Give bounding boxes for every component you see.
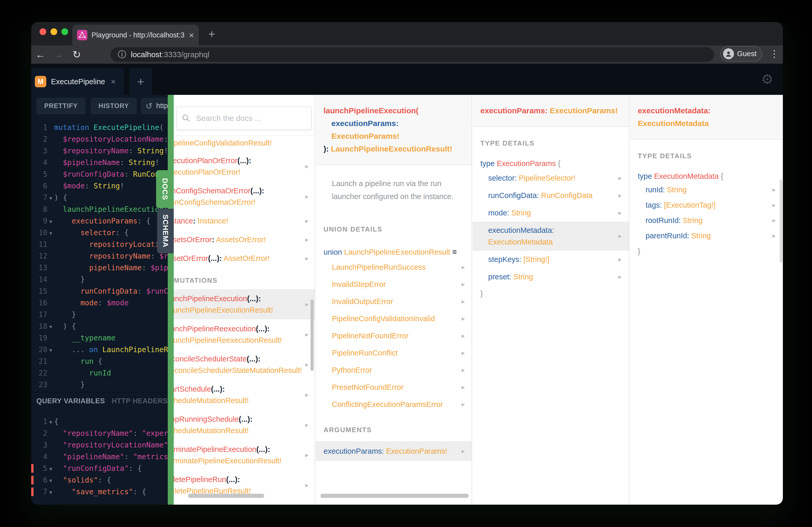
code-line[interactable]: 6 $mode: String! bbox=[31, 180, 169, 192]
maximize-window-button[interactable] bbox=[61, 28, 68, 35]
code-line[interactable]: 23 } bbox=[31, 379, 169, 391]
type-field-row[interactable]: parentRunId: String ▶ bbox=[630, 228, 783, 243]
query-editor[interactable]: 1mutation ExecutePipeline(2 $repositoryL… bbox=[31, 117, 169, 392]
type-field-row[interactable]: runId: String ▶ bbox=[630, 182, 783, 197]
union-member-row[interactable]: InvalidStepError▶ bbox=[316, 276, 472, 293]
playground-new-tab-button[interactable]: + bbox=[129, 68, 152, 95]
code-line[interactable]: 18▾ ) { bbox=[31, 320, 169, 332]
docs-search-input[interactable] bbox=[176, 107, 311, 130]
type-field-row[interactable]: runConfigData: RunConfigData ▶ bbox=[473, 187, 629, 204]
back-icon[interactable]: ← bbox=[31, 49, 49, 60]
code-line[interactable]: 13 pipelineName: $pipelineName bbox=[31, 262, 169, 274]
code-line[interactable]: 14 } bbox=[31, 274, 169, 285]
type-field-row[interactable]: mode: String ▶ bbox=[473, 204, 629, 222]
type-field-row[interactable]: preset: String ▶ bbox=[473, 268, 629, 286]
union-member-row[interactable]: LaunchPipelineRunSuccess▶ bbox=[316, 259, 472, 276]
code-line[interactable]: 10▾ selector: { bbox=[31, 227, 169, 239]
code-line[interactable]: 16 mode: $mode bbox=[31, 297, 169, 309]
code-line[interactable]: 4 $pipelineName: String! bbox=[31, 157, 169, 168]
docs-field-row[interactable]: executionPlanOrError(...): ExecutionPlan… bbox=[174, 151, 315, 181]
code-line[interactable]: 2 "repositoryName": "exper bbox=[31, 427, 169, 439]
docs-field-row-partial[interactable]: pelineConfigValidationResult! bbox=[174, 136, 315, 151]
playground-tab-close-icon[interactable]: × bbox=[111, 77, 116, 87]
docs-field-row[interactable]: instance: Instance! ▶ bbox=[174, 212, 315, 230]
docs-field-row[interactable]: assetsOrError: AssetsOrError! ▶ bbox=[174, 230, 315, 249]
settings-gear-icon[interactable]: ⚙ bbox=[759, 72, 775, 87]
code-line[interactable]: 11 repositoryLocationName: $repositoryLo… bbox=[31, 239, 169, 250]
prettify-button[interactable]: PRETTIFY bbox=[37, 98, 86, 114]
code-line[interactable]: 9▾ executionParams: { bbox=[31, 215, 169, 227]
type-field-row[interactable]: stepKeys: [String!] ▶ bbox=[473, 251, 629, 268]
code-line[interactable]: 7▾ "save_metrics": { bbox=[31, 486, 169, 498]
fold-caret-icon[interactable]: ▾ bbox=[47, 463, 54, 475]
playground-tab-executepipeline[interactable]: M ExecutePipeline × bbox=[31, 68, 124, 95]
docs-field-row[interactable]: launchPipelineReexecution(...): LaunchPi… bbox=[174, 319, 315, 349]
code-line[interactable]: 3 "repositoryLocationName": bbox=[31, 439, 169, 451]
fold-caret-icon[interactable]: ▾ bbox=[47, 486, 54, 498]
new-tab-button[interactable]: + bbox=[205, 27, 218, 41]
union-member-row[interactable]: InvalidOutputError▶ bbox=[316, 293, 472, 310]
fold-caret-icon[interactable]: ▾ bbox=[47, 416, 54, 428]
tab-query-variables[interactable]: QUERY VARIABLES bbox=[37, 397, 105, 405]
type-field-row[interactable]: rootRunId: String ▶ bbox=[630, 213, 783, 228]
type-field-row-selected[interactable]: executionMetadata: ExecutionMetadata ▶ bbox=[473, 222, 629, 251]
column1-horizontal-scrollbar[interactable] bbox=[188, 494, 264, 498]
type-field-row[interactable]: selector: PipelineSelector! ▶ bbox=[473, 169, 629, 187]
code-line[interactable]: 7▾) { bbox=[31, 192, 169, 204]
code-line[interactable]: 1▾{ bbox=[31, 416, 169, 427]
endpoint-input[interactable]: ↺ http://loc bbox=[141, 98, 169, 114]
union-member-row[interactable]: ConflictingExecutionParamsError▶ bbox=[316, 396, 472, 413]
variables-editor[interactable]: 1▾{2 "repositoryName": "exper3 "reposito… bbox=[31, 415, 169, 505]
profile-button[interactable]: Guest bbox=[721, 46, 762, 62]
reload-icon[interactable]: ↻ bbox=[68, 49, 86, 60]
argument-row-selected[interactable]: executionParams: ExecutionParams! ▶ bbox=[316, 441, 472, 461]
docs-field-row[interactable]: terminatePipelineExecution(...): Termina… bbox=[174, 440, 315, 470]
code-line[interactable]: 6▾ "solids": { bbox=[31, 474, 169, 486]
fold-caret-icon[interactable]: ▾ bbox=[47, 321, 54, 333]
code-line[interactable]: 3 $repositoryName: String! bbox=[31, 145, 169, 157]
fold-caret-icon[interactable]: ▾ bbox=[47, 216, 54, 227]
docs-field-row[interactable]: stopRunningSchedule(...): ScheduleMutati… bbox=[174, 410, 315, 440]
type-field-row[interactable]: tags: [ExecutionTag!] ▶ bbox=[630, 197, 783, 213]
code-line[interactable]: 5 $runConfigData: RunConfigData! bbox=[31, 168, 169, 180]
code-line[interactable]: 22 runId bbox=[31, 367, 169, 379]
code-line[interactable]: 8 launchPipelineExecution( bbox=[31, 204, 169, 215]
fold-caret-icon[interactable]: ▾ bbox=[47, 475, 54, 486]
union-member-row[interactable]: PythonError▶ bbox=[316, 361, 472, 379]
tab-http-headers[interactable]: HTTP HEADERS bbox=[112, 397, 168, 405]
docs-field-row[interactable]: reconcileSchedulerState(...): ReconcileS… bbox=[174, 349, 315, 380]
code-line[interactable]: 15 runConfigData: $runConfigData bbox=[31, 285, 169, 297]
docs-side-tab[interactable]: DOCS bbox=[156, 170, 174, 208]
docs-vertical-scrollbar[interactable] bbox=[780, 179, 782, 262]
minimize-window-button[interactable] bbox=[50, 28, 57, 35]
schema-side-tab[interactable]: SCHEMA bbox=[157, 209, 174, 253]
union-member-row[interactable]: PipelineNotFoundError▶ bbox=[316, 327, 472, 344]
close-window-button[interactable] bbox=[40, 28, 46, 35]
code-line[interactable]: 4 "pipelineName": "metrics bbox=[31, 451, 169, 463]
code-line[interactable]: 21 run { bbox=[31, 356, 169, 367]
docs-field-row-selected[interactable]: launchPipelineExecution(...): LaunchPipe… bbox=[174, 289, 315, 319]
browser-tab[interactable]: Playground - http://localhost:3 × bbox=[72, 25, 199, 45]
code-line[interactable]: 20▾ ... on LaunchPipelineRunSuccess bbox=[31, 344, 169, 356]
history-button[interactable]: HISTORY bbox=[91, 98, 137, 114]
site-info-icon[interactable]: ⓘ bbox=[118, 49, 126, 60]
address-bar[interactable]: ⓘ localhost:3333/graphql bbox=[111, 47, 714, 62]
fold-caret-icon[interactable]: ▾ bbox=[47, 344, 54, 356]
code-line[interactable]: 17 } bbox=[31, 309, 169, 320]
tab-close-icon[interactable]: × bbox=[189, 30, 194, 40]
docs-field-row[interactable]: runConfigSchemaOrError(...): RunConfigSc… bbox=[174, 181, 315, 212]
column1-vertical-scrollbar[interactable] bbox=[310, 299, 314, 371]
code-line[interactable]: 1mutation ExecutePipeline( bbox=[31, 122, 169, 133]
union-member-row[interactable]: PresetNotFoundError▶ bbox=[316, 379, 472, 396]
code-line[interactable]: 19 __typename bbox=[31, 332, 169, 344]
code-line[interactable]: 2 $repositoryLocationName: String! bbox=[31, 133, 169, 145]
forward-icon[interactable]: → bbox=[49, 49, 68, 60]
code-line[interactable]: 12 repositoryName: $repositoryName bbox=[31, 250, 169, 262]
code-line[interactable]: 5▾ "runConfigData": { bbox=[31, 463, 169, 474]
docs-field-row[interactable]: assetOrError(...): AssetOrError! ▶ bbox=[174, 249, 315, 268]
union-member-row[interactable]: PipelineRunConflict▶ bbox=[316, 344, 472, 361]
column2-horizontal-scrollbar[interactable] bbox=[320, 494, 469, 498]
docs-field-row[interactable]: startSchedule(...): ScheduleMutationResu… bbox=[174, 380, 315, 410]
union-member-row[interactable]: PipelineConfigValidationInvalid▶ bbox=[316, 310, 472, 327]
fold-caret-icon[interactable]: ▾ bbox=[47, 192, 54, 204]
